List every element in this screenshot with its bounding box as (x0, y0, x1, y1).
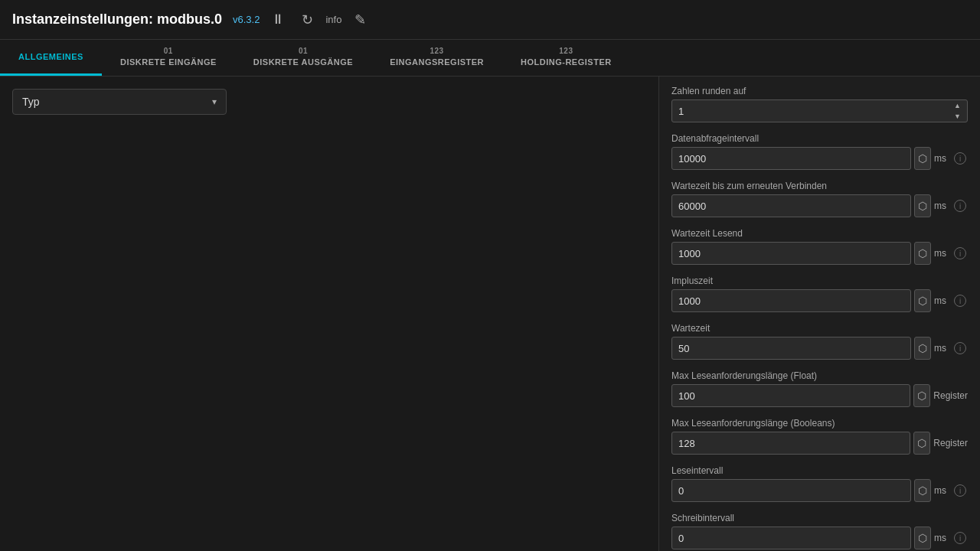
wartezeit-lesend-spin[interactable]: ⬡ (914, 242, 931, 265)
max-leseanforderungslaenge-booleans-input[interactable] (671, 432, 910, 455)
refresh-button[interactable]: ↻ (296, 9, 318, 31)
svg-text:i: i (959, 487, 961, 495)
field-wartezeit-erneut-verbinden: Wartezeit bis zum erneuten Verbinden ⬡ m… (671, 181, 968, 217)
tab-holding-register-icon: 123 (559, 46, 573, 56)
field-wartezeit-lesend-label: Wartezeit Lesend (671, 228, 968, 239)
field-impluszeit-label: Impluszeit (671, 276, 968, 286)
impluszeit-unit: ms (934, 295, 949, 306)
header: Instanzeinstellungen: modbus.0 v6.3.2 ⏸ … (0, 0, 980, 40)
datenabfrageintervall-input[interactable] (671, 147, 911, 170)
leseintervall-input[interactable] (671, 479, 911, 502)
svg-text:i: i (959, 344, 961, 353)
impluszeit-info[interactable]: i (952, 293, 968, 308)
svg-text:i: i (959, 202, 961, 210)
max-leseanforderungslaenge-float-spin[interactable]: ⬡ (913, 384, 930, 407)
schreibintervall-info[interactable]: i (952, 530, 968, 546)
left-panel: Typ ▾ (0, 77, 658, 551)
wartezeit-spin[interactable]: ⬡ (914, 337, 931, 360)
field-datenabfrageintervall: Datenabfrageintervall ⬡ ms i (671, 133, 968, 170)
zahlen-runden-auf-arrows: ▲ ▼ (954, 100, 961, 122)
tab-bar: ALLGEMEINES 01 DISKRETE EINGÄNGE 01 DISK… (0, 40, 980, 77)
field-schreibintervall: Schreibintervall ⬡ ms i (671, 513, 968, 549)
wartezeit-lesend-input[interactable] (671, 242, 911, 265)
impluszeit-spin[interactable]: ⬡ (914, 289, 931, 312)
zahlen-runden-auf-value: 1 (678, 106, 684, 117)
impluszeit-input[interactable] (671, 289, 911, 312)
type-select-label: Typ (22, 96, 40, 108)
wartezeit-input[interactable] (671, 337, 911, 360)
leseintervall-spin[interactable]: ⬡ (914, 479, 931, 502)
zahlen-runden-auf-down[interactable]: ▼ (954, 111, 961, 122)
wartezeit-lesend-info[interactable]: i (952, 246, 968, 261)
field-max-leseanforderungslaenge-booleans-label: Max Leseanforderungslänge (Booleans) (671, 418, 968, 429)
info-link[interactable]: info (325, 14, 341, 25)
version-badge: v6.3.2 (233, 14, 260, 25)
svg-text:i: i (959, 155, 961, 163)
field-max-leseanforderungslaenge-float: Max Leseanforderungslänge (Float) ⬡ Regi… (671, 370, 968, 407)
wartezeit-erneut-verbinden-unit: ms (934, 201, 949, 211)
field-wartezeit-erneut-verbinden-label: Wartezeit bis zum erneuten Verbinden (671, 181, 968, 191)
datenabfrageintervall-spin[interactable]: ⬡ (914, 147, 931, 170)
field-leseintervall-label: Leseintervall (671, 465, 968, 476)
field-zahlen-runden-auf: Zahlen runden auf 1 ▲ ▼ (671, 86, 968, 122)
wartezeit-erneut-verbinden-input[interactable] (671, 194, 911, 217)
zahlen-runden-auf-up[interactable]: ▲ (954, 100, 961, 111)
wartezeit-unit: ms (934, 343, 949, 354)
field-max-leseanforderungslaenge-booleans: Max Leseanforderungslänge (Booleans) ⬡ R… (671, 418, 968, 455)
zahlen-runden-auf-spinner[interactable]: 1 ▲ ▼ (671, 99, 968, 122)
field-impluszeit: Impluszeit ⬡ ms i (671, 276, 968, 312)
datenabfrageintervall-info[interactable]: i (952, 151, 968, 166)
field-wartezeit-lesend: Wartezeit Lesend ⬡ ms i (671, 228, 968, 265)
type-select-arrow-icon: ▾ (212, 96, 217, 107)
schreibintervall-unit: ms (934, 533, 949, 543)
field-max-leseanforderungslaenge-float-label: Max Leseanforderungslänge (Float) (671, 370, 968, 381)
field-datenabfrageintervall-label: Datenabfrageintervall (671, 133, 968, 144)
max-leseanforderungslaenge-booleans-unit: Register (933, 438, 968, 448)
svg-text:i: i (959, 249, 961, 258)
tab-holding-register-label: HOLDING-REGISTER (521, 57, 612, 67)
schreibintervall-input[interactable] (671, 527, 911, 549)
field-leseintervall: Leseintervall ⬡ ms i (671, 465, 968, 502)
tab-allgemeines-label: ALLGEMEINES (18, 51, 83, 62)
tab-diskrete-eingaenge-label: DISKRETE EINGÄNGE (120, 57, 217, 67)
field-wartezeit-label: Wartezeit (671, 323, 968, 334)
field-schreibintervall-label: Schreibintervall (671, 513, 968, 523)
field-zahlen-runden-auf-label: Zahlen runden auf (671, 86, 968, 96)
field-wartezeit: Wartezeit ⬡ ms i (671, 323, 968, 360)
tab-eingangsregister-icon: 123 (430, 46, 444, 56)
tab-diskrete-ausgaenge[interactable]: 01 DISKRETE AUSGÄNGE (235, 40, 371, 76)
wartezeit-erneut-verbinden-spin[interactable]: ⬡ (914, 194, 931, 217)
tab-diskrete-ausgaenge-label: DISKRETE AUSGÄNGE (253, 57, 353, 67)
max-leseanforderungslaenge-float-unit: Register (933, 390, 968, 401)
svg-text:i: i (959, 297, 961, 305)
max-leseanforderungslaenge-booleans-spin[interactable]: ⬡ (913, 432, 930, 455)
tab-diskrete-eingaenge[interactable]: 01 DISKRETE EINGÄNGE (102, 40, 235, 76)
wartezeit-erneut-verbinden-info[interactable]: i (952, 198, 968, 214)
tab-holding-register[interactable]: 123 HOLDING-REGISTER (502, 40, 630, 76)
tab-eingangsregister[interactable]: 123 EINGANGSREGISTER (371, 40, 502, 76)
max-leseanforderungslaenge-float-input[interactable] (671, 384, 910, 407)
leseintervall-info[interactable]: i (952, 483, 968, 498)
schreibintervall-spin[interactable]: ⬡ (914, 527, 931, 549)
datenabfrageintervall-unit: ms (934, 153, 949, 164)
wartezeit-lesend-unit: ms (934, 248, 949, 259)
page-title: Instanzeinstellungen: modbus.0 (12, 11, 222, 28)
main-content: Typ ▾ Zahlen runden auf 1 ▲ ▼ Datenabfra… (0, 77, 980, 551)
tab-eingangsregister-label: EINGANGSREGISTER (390, 57, 484, 67)
type-select[interactable]: Typ ▾ (12, 89, 227, 115)
pause-button[interactable]: ⏸ (267, 9, 289, 31)
wartezeit-info[interactable]: i (952, 341, 968, 356)
right-panel: Zahlen runden auf 1 ▲ ▼ Datenabfrageinte… (658, 77, 980, 551)
tab-diskrete-ausgaenge-icon: 01 (299, 46, 308, 56)
edit-button[interactable]: ✎ (349, 9, 371, 31)
svg-text:i: i (959, 534, 961, 543)
tab-diskrete-eingaenge-icon: 01 (164, 46, 173, 56)
tab-allgemeines[interactable]: ALLGEMEINES (0, 40, 102, 76)
leseintervall-unit: ms (934, 485, 949, 496)
